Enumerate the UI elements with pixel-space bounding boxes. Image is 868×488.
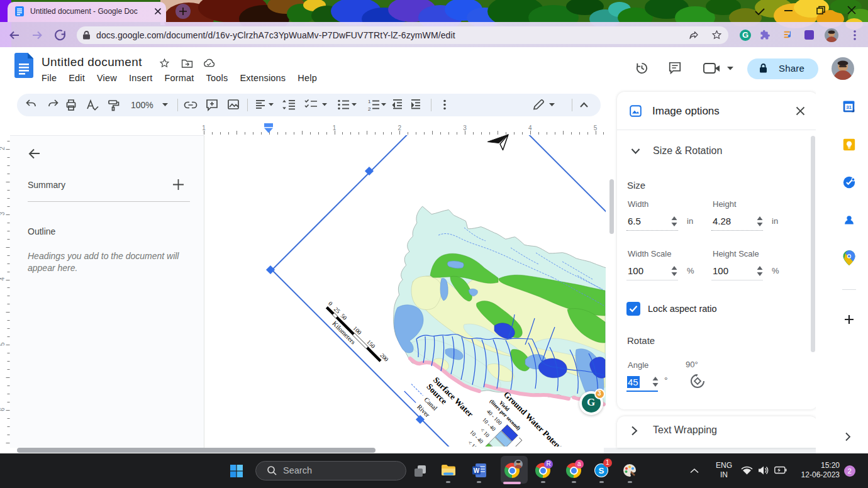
svg-text:2: 2 — [368, 106, 371, 112]
svg-text:31: 31 — [846, 104, 852, 110]
svg-text:S: S — [598, 466, 604, 475]
svg-text:1: 1 — [202, 125, 206, 131]
svg-text:3: 3 — [463, 125, 467, 131]
svg-text:5: 5 — [0, 342, 6, 346]
svg-text:100%: 100% — [131, 100, 153, 110]
svg-text:2: 2 — [0, 147, 6, 150]
svg-text:4: 4 — [528, 125, 532, 131]
svg-text:6: 6 — [0, 408, 6, 411]
svg-text:4: 4 — [0, 277, 6, 280]
svg-text:2: 2 — [398, 125, 401, 131]
svg-text:5: 5 — [594, 125, 598, 131]
svg-text:1: 1 — [333, 125, 337, 131]
svg-text:1: 1 — [368, 99, 371, 104]
svg-text:W: W — [474, 467, 480, 474]
svg-text:3: 3 — [0, 212, 6, 216]
